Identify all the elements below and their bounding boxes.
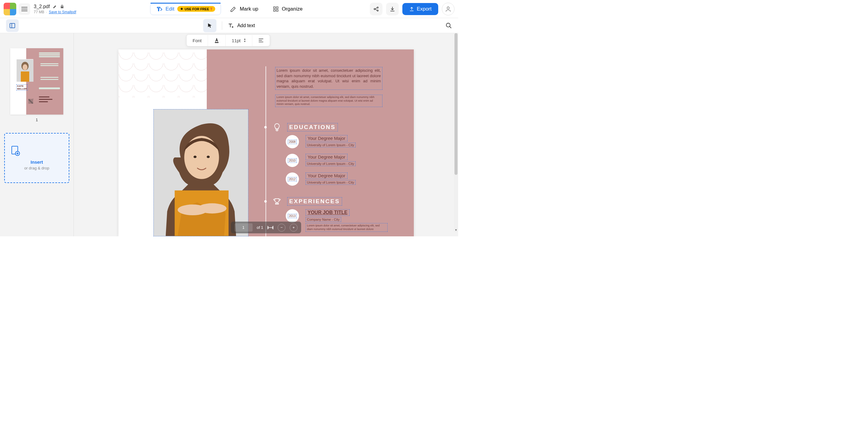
tab-markup-label: Mark up [240,6,258,12]
svg-point-23 [198,203,226,213]
exp-desc-1[interactable]: Lorem ipsum dolor sit amet, consectetuer… [306,223,388,232]
experiences-title[interactable]: EXPERIENCES [287,197,342,206]
text-edit-icon [156,6,162,12]
cursor-icon [207,23,213,29]
edu-uni-2[interactable]: University of Lorem Ipsum - City [306,161,355,166]
page-number: 1 [4,118,69,122]
svg-point-20 [207,155,210,158]
svg-rect-3 [276,9,278,11]
align-button[interactable] [252,35,270,46]
exp-company-1[interactable]: Company Name - City [306,217,341,222]
svg-point-19 [193,155,196,158]
divider [222,21,222,30]
svg-rect-0 [273,7,275,8]
insert-label: Insert [11,159,63,165]
svg-point-7 [447,7,449,9]
sub-toolbar: Add text [0,18,458,33]
edu-item-2[interactable]: 2010 Your Degree Major University of Lor… [286,154,355,167]
format-bar: Font 11pt ▲▼ [186,34,270,47]
insert-dropzone[interactable]: Insert or drag & drop [4,133,69,183]
intro-text-2[interactable]: Lorem ipsum dolor sit amet, consectetuer… [275,95,382,107]
hamburger-menu[interactable] [19,3,30,15]
canvas[interactable]: Lorem ipsum dolor sit amet, consectetuer… [74,33,458,236]
trophy-icon [273,197,281,206]
export-button[interactable]: Export [402,3,438,15]
menu-icon [22,7,27,11]
save-link[interactable]: Save to Smallpdf [49,10,76,14]
grid-icon [273,6,279,12]
exp-year-1[interactable]: 2013 [286,209,299,222]
share-button[interactable] [370,3,382,16]
edu-degree-2[interactable]: Your Degree Major [306,154,347,160]
download-button[interactable] [386,3,399,16]
svg-rect-14 [21,71,29,82]
experiences-section: EXPERIENCES [264,197,342,206]
app-logo[interactable] [4,3,16,16]
file-name: 3_2.pdf [34,4,50,9]
account-button[interactable] [442,3,455,16]
header-actions: Export [370,3,455,16]
pdf-page[interactable]: Lorem ipsum dolor sit amet, consectetuer… [119,50,414,236]
fit-width-button[interactable] [267,226,273,230]
edu-uni-1[interactable]: University of Lorem Ipsum - City [306,143,355,147]
vertical-scrollbar[interactable]: ▼ [454,33,458,232]
edu-degree-1[interactable]: Your Degree Major [306,135,347,141]
page-input[interactable] [235,223,253,232]
edu-uni-3[interactable]: University of Lorem Ipsum - City [306,180,355,185]
edu-degree-3[interactable]: Your Degree Major [306,173,347,179]
mode-tabs: Edit ★USE FOR FREE T Mark up Organize [150,3,308,15]
search-icon [445,22,452,29]
lock-icon[interactable] [60,4,64,9]
pencil-icon [230,6,237,12]
font-color[interactable] [208,35,226,46]
zoom-in-button[interactable]: + [290,224,298,232]
page-thumbnail[interactable]: KATE BELLER [10,48,63,115]
edu-item-1[interactable]: 2008 Your Degree Major University of Lor… [286,135,355,148]
cursor-tool[interactable] [203,19,216,32]
sidebar-icon [9,22,16,29]
scroll-thumb[interactable] [455,33,458,175]
tab-organize-label: Organize [282,6,303,12]
upload-icon [409,6,414,12]
zoom-out-button[interactable]: − [278,224,285,232]
file-info: 3_2.pdf 77 MB · Save to Smallpdf [34,4,76,14]
edit-icon[interactable] [53,4,57,9]
svg-rect-10 [215,42,218,43]
edu-year-1[interactable]: 2008 [286,135,299,148]
educations-title[interactable]: EDUCATIONS [287,123,338,131]
add-text-tool[interactable]: Add text [227,22,255,29]
photo-field[interactable] [153,109,248,236]
insert-page-icon [11,146,63,156]
size-spinner[interactable]: ▲▼ [244,38,246,43]
intro-text-1[interactable]: Lorem ipsum dolor sit amet, consectetuer… [275,67,382,90]
search-button[interactable] [445,22,452,29]
align-icon [258,38,264,42]
svg-point-13 [23,64,27,70]
tab-edit[interactable]: Edit ★USE FOR FREE T [150,3,221,15]
font-size[interactable]: 11pt ▲▼ [226,35,252,46]
insert-sub: or drag & drop [11,166,63,170]
svg-rect-8 [10,23,15,28]
scroll-down-arrow[interactable]: ▼ [454,228,458,232]
edu-year-3[interactable]: 2012 [286,173,299,186]
use-free-badge: ★USE FOR FREE T [177,6,215,12]
educations-section: EDUCATIONS [264,123,338,131]
lightbulb-icon [273,123,281,131]
thumbnail-panel: KATE BELLER 1 Insert or drag & drop [0,33,74,236]
svg-rect-2 [273,9,275,11]
svg-rect-1 [276,7,278,8]
font-dropdown[interactable]: Font [187,35,208,46]
add-text-label: Add text [237,23,255,28]
exp-title-1[interactable]: YOUR JOB TITLE [306,209,350,216]
tab-markup[interactable]: Mark up [224,3,264,15]
page-navigator: of 1 − + [231,221,301,233]
tab-organize[interactable]: Organize [267,3,308,15]
user-icon [445,6,452,12]
panel-toggle[interactable] [6,19,19,32]
edu-year-2[interactable]: 2010 [286,154,299,167]
text-add-icon [227,22,234,29]
tab-edit-label: Edit [165,6,174,12]
export-label: Export [417,6,432,12]
font-color-icon [214,38,219,43]
edu-item-3[interactable]: 2012 Your Degree Major University of Lor… [286,173,355,186]
